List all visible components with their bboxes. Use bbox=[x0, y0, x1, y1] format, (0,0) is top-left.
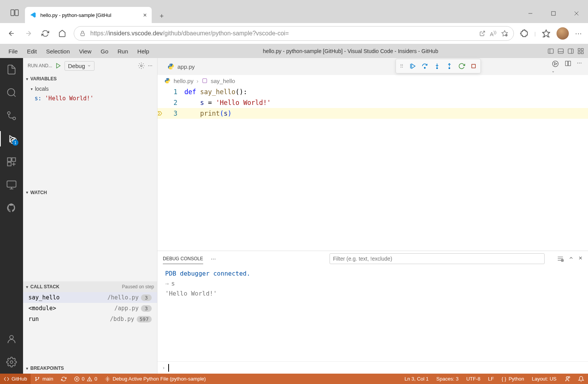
stop-button[interactable] bbox=[470, 63, 477, 69]
scope-locals[interactable]: ▾ locals bbox=[23, 84, 157, 93]
sidebar-more-icon[interactable]: ⋯ bbox=[148, 63, 152, 68]
toggle-primary-sidebar-icon[interactable] bbox=[547, 48, 554, 55]
step-into-button[interactable] bbox=[434, 63, 441, 70]
watch-section-header[interactable]: ▾ WATCH bbox=[23, 187, 157, 198]
read-aloud-icon[interactable]: A)) bbox=[490, 30, 497, 37]
run-debug-editor-icon[interactable]: ⌄ bbox=[552, 60, 559, 73]
stack-frame[interactable]: run /bdb.py 597 bbox=[23, 314, 157, 324]
start-debug-button[interactable] bbox=[55, 63, 61, 69]
encoding-status[interactable]: UTF-8 bbox=[462, 374, 484, 384]
settings-icon[interactable] bbox=[4, 354, 19, 370]
svg-point-34 bbox=[141, 65, 142, 67]
clear-console-icon[interactable] bbox=[557, 255, 564, 262]
github-icon[interactable] bbox=[4, 200, 19, 216]
explorer-icon[interactable] bbox=[4, 62, 19, 77]
window-maximize-button[interactable] bbox=[542, 4, 565, 23]
eol-status[interactable]: LF bbox=[484, 374, 498, 384]
remote-indicator[interactable]: GitHub bbox=[0, 374, 31, 384]
window-close-button[interactable] bbox=[565, 4, 588, 23]
continue-button[interactable] bbox=[409, 63, 416, 70]
svg-point-32 bbox=[10, 336, 13, 339]
panel-tab-debug-console[interactable]: DEBUG CONSOLE bbox=[163, 254, 203, 264]
debug-config-select[interactable]: Debug bbox=[65, 61, 94, 71]
reload-button[interactable] bbox=[40, 28, 51, 39]
panel-more-icon[interactable]: ⋯ bbox=[211, 256, 216, 262]
new-tab-button[interactable]: + bbox=[155, 9, 169, 23]
problems-indicator[interactable]: 0 0 bbox=[70, 374, 101, 384]
stack-frame[interactable]: say_hello /hello.py 3 bbox=[23, 292, 157, 303]
notifications-icon[interactable] bbox=[574, 374, 588, 384]
menu-view[interactable]: View bbox=[75, 47, 96, 56]
chevron-down-icon bbox=[87, 64, 91, 68]
language-status[interactable]: { } Python bbox=[498, 374, 528, 384]
external-icon[interactable] bbox=[479, 30, 485, 37]
menu-go[interactable]: Go bbox=[96, 47, 113, 56]
console-filter-input[interactable] bbox=[330, 253, 545, 264]
collections-icon[interactable] bbox=[542, 29, 550, 38]
toggle-panel-icon[interactable] bbox=[557, 48, 564, 55]
breadcrumb[interactable]: hello.py › say_hello bbox=[157, 75, 588, 86]
svg-rect-20 bbox=[581, 52, 583, 54]
python-icon bbox=[164, 78, 171, 84]
console-input[interactable]: › bbox=[157, 361, 588, 374]
debug-settings-icon[interactable] bbox=[138, 62, 145, 69]
menu-run[interactable]: Run bbox=[113, 47, 133, 56]
editor-more-icon[interactable]: ⋯ bbox=[577, 60, 582, 73]
menu-help[interactable]: Help bbox=[133, 47, 154, 56]
extensions-activity-icon[interactable] bbox=[4, 154, 19, 170]
branch-indicator[interactable]: main bbox=[31, 374, 57, 384]
source-control-icon[interactable] bbox=[4, 108, 19, 123]
menu-file[interactable]: File bbox=[4, 47, 22, 56]
browser-tab[interactable]: hello.py - python-sample [GitHul ✕ bbox=[25, 7, 152, 23]
restart-button[interactable] bbox=[458, 63, 465, 70]
browser-menu-icon[interactable]: ⋯ bbox=[575, 29, 582, 38]
svg-point-47 bbox=[36, 377, 36, 378]
customize-layout-icon[interactable] bbox=[577, 48, 584, 55]
browser-tab-title: hello.py - python-sample [GitHul bbox=[40, 12, 111, 18]
address-bar[interactable]: https://insiders.vscode.dev/github/dbaeu… bbox=[74, 26, 514, 41]
favorite-icon[interactable]: + bbox=[501, 30, 508, 37]
search-icon[interactable] bbox=[4, 85, 19, 100]
console-filter[interactable] bbox=[330, 253, 545, 264]
stack-frame[interactable]: <module> /app.py 3 bbox=[23, 303, 157, 314]
breakpoints-section-header[interactable]: ▾ BREAKPOINTS bbox=[23, 363, 157, 374]
layout-status[interactable]: Layout: US bbox=[528, 374, 560, 384]
accounts-icon[interactable] bbox=[4, 331, 19, 347]
home-button[interactable] bbox=[57, 28, 68, 39]
lock-icon bbox=[80, 30, 86, 37]
indentation-status[interactable]: Spaces: 3 bbox=[432, 374, 462, 384]
feedback-icon[interactable] bbox=[560, 374, 574, 384]
branch-icon bbox=[35, 376, 40, 382]
cursor-position[interactable]: Ln 3, Col 1 bbox=[401, 374, 432, 384]
menu-edit[interactable]: Edit bbox=[22, 47, 41, 56]
sync-button[interactable] bbox=[57, 374, 70, 384]
code-editor[interactable]: 1 def say_hello(): 2 s = 'Hello World!' … bbox=[157, 86, 588, 251]
vscode-icon bbox=[30, 12, 36, 18]
step-out-button[interactable] bbox=[446, 63, 453, 70]
step-over-button[interactable] bbox=[421, 63, 428, 70]
split-editor-icon[interactable] bbox=[565, 60, 571, 73]
variables-section-header[interactable]: ▾ VARIABLES bbox=[23, 73, 157, 84]
profile-avatar[interactable] bbox=[557, 27, 569, 40]
remote-explorer-icon[interactable] bbox=[4, 177, 19, 193]
svg-point-23 bbox=[8, 112, 10, 115]
svg-rect-42 bbox=[202, 79, 207, 83]
debug-status[interactable]: Debug Active Python File (python-sample) bbox=[101, 374, 210, 384]
extensions-icon[interactable] bbox=[520, 29, 528, 38]
window-minimize-button[interactable] bbox=[519, 4, 542, 23]
variable-item[interactable]: s: 'Hello World!' bbox=[23, 93, 157, 103]
console-output[interactable]: PDB debugger connected. →s 'Hello World!… bbox=[157, 266, 588, 361]
close-panel-icon[interactable]: ✕ bbox=[578, 255, 583, 262]
menu-selection[interactable]: Selection bbox=[41, 47, 75, 56]
collapse-panel-icon[interactable] bbox=[568, 255, 574, 262]
back-button[interactable] bbox=[6, 28, 17, 39]
callstack-section-header[interactable]: ▾ CALL STACK Paused on step bbox=[23, 281, 157, 292]
run-debug-icon[interactable]: 1 bbox=[4, 131, 19, 146]
toggle-secondary-sidebar-icon[interactable] bbox=[567, 48, 574, 55]
tab-close-icon[interactable]: ✕ bbox=[143, 12, 147, 18]
editor-tab-app[interactable]: app.py bbox=[162, 58, 200, 75]
forward-button[interactable] bbox=[23, 28, 34, 39]
drag-handle-icon[interactable]: ⠿ bbox=[400, 63, 404, 69]
activity-bar: 1 bbox=[0, 58, 23, 374]
chevron-down-icon: ▾ bbox=[26, 285, 28, 289]
